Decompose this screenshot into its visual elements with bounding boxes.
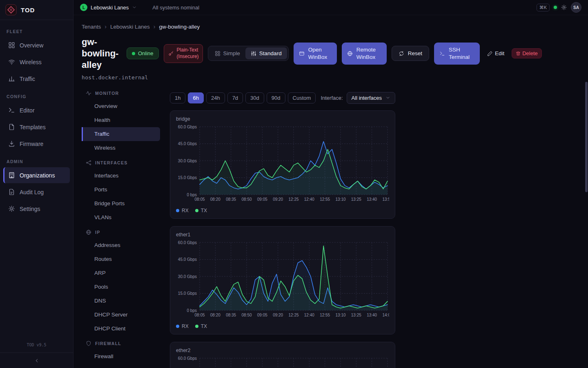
subnav-item-label: Traffic [94, 131, 109, 137]
subnav-item-pools[interactable]: Pools [82, 280, 160, 294]
svg-text:60.0 Gbps: 60.0 Gbps [178, 124, 197, 129]
range-custom[interactable]: Custom [288, 92, 316, 103]
range-90d[interactable]: 90d [267, 92, 285, 103]
interface-select[interactable]: All interfaces [347, 92, 395, 104]
svg-text:08:05: 08:05 [194, 313, 205, 317]
device-subnav: MONITOR Overview Health Traffic Wireless… [82, 85, 160, 368]
chart-legend: RX TX [176, 208, 389, 213]
subnav-item-arp[interactable]: ARP [82, 266, 160, 280]
svg-text:0 bps: 0 bps [187, 308, 197, 312]
subnav-item-ports[interactable]: Ports [82, 183, 160, 197]
traffic-chart-ether2: 0 bps15.0 Gbps30.0 Gbps45.0 Gbps60.0 Gbp… [176, 355, 389, 368]
subnav-item-routes[interactable]: Routes [82, 252, 160, 266]
range-30d[interactable]: 30d [245, 92, 264, 103]
subnav-item-bridge-ports[interactable]: Bridge Ports [82, 197, 160, 211]
sidebar-item-traffic[interactable]: Traffic [3, 71, 70, 87]
remote-winbox-label: Remote WinBox [356, 46, 381, 61]
breadcrumb: Tenants Lebowski Lanes gw-bowling-alley [82, 23, 588, 30]
gear-icon [8, 205, 15, 212]
svg-text:09:05: 09:05 [257, 197, 267, 202]
open-winbox-button[interactable]: Open WinBox [294, 43, 337, 65]
svg-text:13:40: 13:40 [367, 313, 377, 317]
subnav-item-interfaces[interactable]: Interfaces [82, 169, 160, 183]
sidebar-item-overview[interactable]: Overview [3, 37, 70, 53]
legend-tx-label: TX [201, 323, 207, 329]
download-icon [8, 140, 15, 147]
range-7d[interactable]: 7d [227, 92, 243, 103]
sidebar-collapse-button[interactable] [0, 352, 73, 368]
breadcrumb-tenants[interactable]: Tenants [82, 24, 101, 30]
subnav-item-traffic[interactable]: Traffic [82, 127, 160, 141]
subnav-item-label: Routes [94, 256, 112, 262]
view-mode-simple[interactable]: Simple [209, 47, 245, 59]
svg-text:13:10: 13:10 [335, 197, 345, 202]
theme-toggle-button[interactable] [561, 4, 567, 10]
range-24h[interactable]: 24h [206, 92, 225, 103]
svg-text:08:50: 08:50 [241, 197, 252, 202]
subnav-item-label: Overview [94, 103, 117, 109]
trash-icon [516, 51, 521, 56]
subnav-item-vlans[interactable]: VLANs [82, 211, 160, 224]
sidebar-nav: FLEET Overview Wireless Traffic CONFIG E… [0, 20, 73, 339]
sidebar-item-audit-log[interactable]: Audit Log [3, 184, 70, 200]
breadcrumb-tenant[interactable]: Lebowski Lanes [110, 24, 150, 30]
user-avatar[interactable]: SA [571, 2, 581, 13]
subnav-item-addresses[interactable]: Addresses [82, 238, 160, 252]
subnav-item-label: Ports [94, 186, 107, 193]
svg-text:13:40: 13:40 [367, 197, 377, 202]
delete-button[interactable]: Delete [512, 48, 542, 58]
tx-dot [195, 209, 198, 212]
sidebar-item-settings[interactable]: Settings [3, 201, 70, 217]
tenant-selector[interactable]: L Lebowski Lanes [80, 4, 137, 11]
building-icon [8, 172, 15, 179]
scrollbar-thumb[interactable] [585, 82, 588, 192]
svg-text:08:20: 08:20 [210, 197, 220, 202]
edit-label: Edit [495, 50, 504, 56]
ssh-terminal-button[interactable]: SSH Terminal [434, 43, 480, 65]
subnav-item-overview[interactable]: Overview [82, 99, 160, 113]
tenant-avatar: L [80, 4, 87, 11]
legend-tx: TX [195, 323, 207, 329]
subnav-item-wireless[interactable]: Wireless [82, 141, 160, 155]
sidebar-section-config: CONFIG [3, 88, 70, 102]
subnav-item-dhcp-client[interactable]: DHCP Client [82, 322, 160, 336]
health-indicator-dot [554, 6, 557, 9]
command-palette-shortcut[interactable]: ⌘K [537, 4, 550, 11]
subnav-section-monitor: MONITOR [82, 86, 160, 99]
subnav-item-mangle[interactable]: Mangle [82, 364, 160, 368]
app-root: TOD FLEET Overview Wireless Traffic CONF… [0, 0, 588, 368]
edit-button[interactable]: Edit [485, 49, 507, 58]
range-1h[interactable]: 1h [170, 92, 185, 103]
chart-legend: RX TX [176, 323, 389, 329]
reset-label: Reset [408, 50, 422, 56]
chart-card-bridge: bridge 0 bps15.0 Gbps30.0 Gbps45.0 Gbps6… [170, 110, 395, 219]
subnav-item-health[interactable]: Health [82, 113, 160, 127]
svg-text:12:25: 12:25 [288, 197, 298, 202]
online-dot [132, 52, 135, 55]
subnav-item-firewall[interactable]: Firewall [82, 350, 160, 364]
sidebar-item-firmware[interactable]: Firmware [3, 136, 70, 152]
sidebar-item-templates[interactable]: Templates [3, 119, 70, 135]
remote-winbox-button[interactable]: Remote WinBox [342, 43, 387, 65]
view-mode-standard[interactable]: Standard [245, 47, 287, 59]
grid-icon [215, 51, 220, 56]
svg-text:45.0 Gbps: 45.0 Gbps [178, 257, 197, 262]
range-6h[interactable]: 6h [188, 92, 203, 103]
app-name: TOD [21, 7, 35, 13]
subnav-item-dns[interactable]: DNS [82, 294, 160, 308]
svg-text:15.0 Gbps: 15.0 Gbps [178, 291, 197, 296]
sidebar-item-label: Traffic [20, 76, 35, 82]
subnav-item-label: Bridge Ports [94, 200, 125, 206]
interface-filter: Interface: All interfaces [321, 92, 395, 104]
sidebar-item-editor[interactable]: Editor [3, 102, 70, 118]
subnav-item-label: DNS [94, 298, 106, 304]
sidebar-item-organizations[interactable]: Organizations [3, 167, 70, 183]
sidebar-item-wireless[interactable]: Wireless [3, 54, 70, 70]
device-header: gw-bowling-alley Online Plain-Text (Inse… [82, 36, 588, 71]
sidebar-item-label: Organizations [20, 172, 55, 179]
subnav-item-dhcp-server[interactable]: DHCP Server [82, 308, 160, 322]
svg-text:13:10: 13:10 [335, 313, 345, 317]
app-logo[interactable]: TOD [0, 0, 73, 20]
svg-text:08:20: 08:20 [210, 313, 220, 317]
reset-button[interactable]: Reset [392, 46, 429, 61]
